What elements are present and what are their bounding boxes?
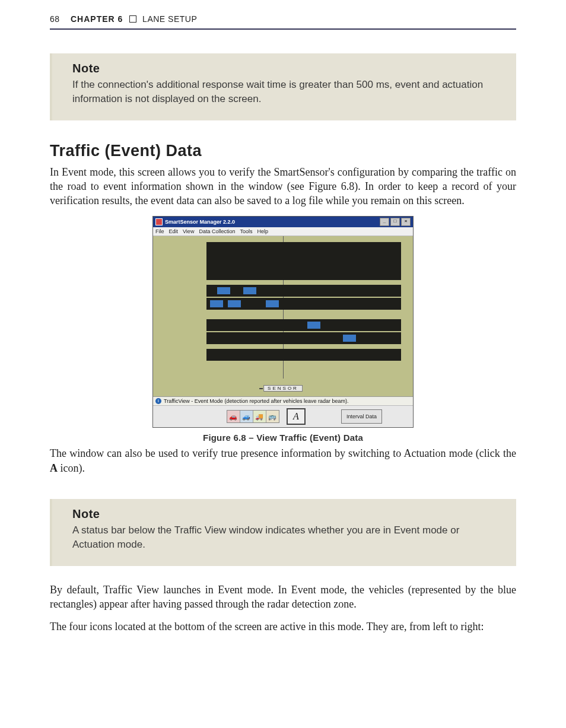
app-title: SmartSensor Manager 2.2.0 [165, 219, 235, 225]
menu-data-collection[interactable]: Data Collection [199, 228, 235, 234]
lane-5 [206, 319, 401, 331]
menu-view[interactable]: View [183, 228, 194, 234]
page-header: 68 CHAPTER 6 LANE SETUP [50, 14, 516, 27]
note-title: Note [72, 62, 496, 75]
app-icon [155, 218, 163, 225]
lane-3 [206, 285, 401, 297]
note-box-1: Note If the connection's additional resp… [50, 53, 516, 120]
figure-caption: Figure 6.8 – View Traffic (Event) Data [152, 433, 414, 443]
vehicle-icon [210, 300, 223, 307]
menu-help[interactable]: Help [257, 228, 268, 234]
chapter-label: CHAPTER 6 [71, 14, 123, 24]
vehicle-icon-cluster: 🚗 🚙 🚚 🚌 [227, 410, 279, 423]
status-text: TrafficView - Event Mode (detection repo… [164, 398, 348, 404]
close-button[interactable]: × [401, 218, 411, 226]
para-default-mode: By default, Traffic View launches in Eve… [50, 583, 516, 612]
menu-file[interactable]: File [155, 228, 164, 234]
lane-group-top [206, 242, 401, 280]
header-rule [50, 28, 516, 30]
vehicle-icon [243, 287, 256, 294]
app-window: SmartSensor Manager 2.2.0 _ □ × File Edi… [152, 216, 414, 428]
square-separator-icon [129, 15, 136, 23]
car-blue-icon[interactable]: 🚙 [240, 411, 253, 422]
minimize-button[interactable]: _ [380, 218, 389, 226]
para-four-icons: The four icons located at the bottom of … [50, 619, 516, 634]
para-actuation: The window can also be used to verify tr… [50, 446, 516, 475]
note-box-2: Note A status bar below the Traffic View… [50, 499, 516, 566]
lane-6 [206, 332, 401, 344]
titlebar: SmartSensor Manager 2.2.0 _ □ × [153, 217, 413, 227]
bus-icon[interactable]: 🚌 [266, 411, 279, 422]
vehicle-icon [307, 322, 320, 329]
vehicle-icon [266, 300, 279, 307]
vehicle-icon [343, 335, 356, 342]
interval-data-button[interactable]: Interval Data [341, 409, 382, 424]
section-title: Traffic (Event) Data [50, 142, 516, 160]
menu-edit[interactable]: Edit [169, 228, 179, 234]
note-body: A status bar below the Traffic View wind… [72, 523, 496, 552]
section-para1: In Event mode, this screen allows you to… [50, 165, 516, 208]
traffic-view-canvas: SENSOR [153, 236, 413, 396]
vehicle-icon [228, 300, 241, 307]
toolbar: 🚗 🚙 🚚 🚌 A Interval Data [153, 405, 413, 427]
vehicle-icon [217, 287, 230, 294]
section-label: LANE SETUP [142, 14, 197, 24]
page-number: 68 [50, 14, 60, 24]
a-icon-bold: A [50, 462, 58, 474]
lane-7 [206, 349, 401, 361]
menu-tools[interactable]: Tools [240, 228, 252, 234]
sensor-label: SENSOR [263, 385, 303, 392]
truck-icon[interactable]: 🚚 [253, 411, 266, 422]
figure-6-8: SmartSensor Manager 2.2.0 _ □ × File Edi… [152, 216, 414, 443]
maximize-button[interactable]: □ [390, 218, 400, 226]
status-bar: i TrafficView - Event Mode (detection re… [153, 396, 413, 405]
car-red-icon[interactable]: 🚗 [227, 411, 240, 422]
mode-letter: A [293, 411, 299, 422]
note-title: Note [72, 507, 496, 521]
lane-4 [206, 298, 401, 310]
actuation-mode-button[interactable]: A [287, 408, 306, 425]
menubar: File Edit View Data Collection Tools Hel… [153, 227, 413, 236]
info-icon: i [155, 398, 161, 404]
note-body: If the connection's additional response … [72, 78, 496, 106]
